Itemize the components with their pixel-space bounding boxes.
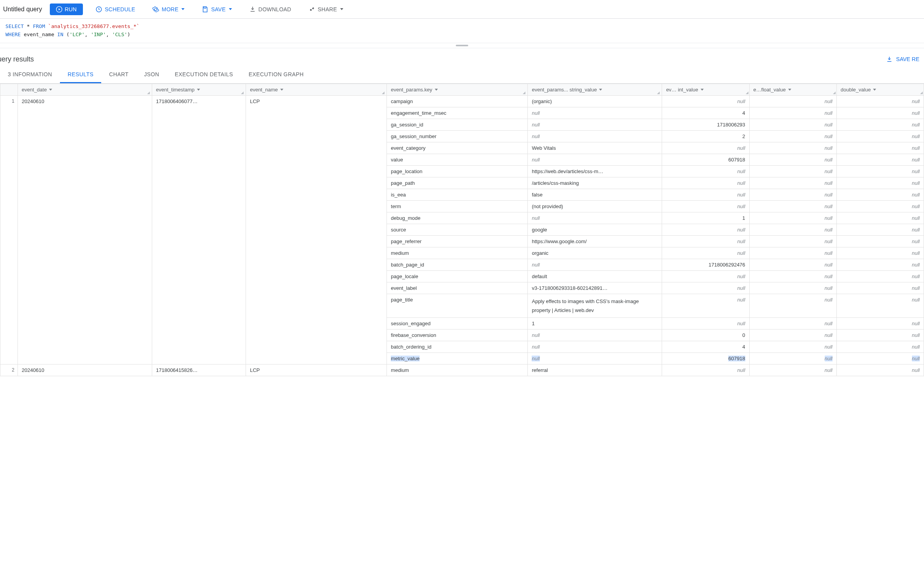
sql-keyword: SELECT (5, 23, 24, 29)
tab-json[interactable]: JSON (136, 67, 167, 83)
cell: null (662, 247, 749, 259)
sql-editor[interactable]: SELECT * FROM `analytics_337268677.event… (0, 19, 924, 43)
cell: null (749, 142, 836, 154)
cell: Web Vitals (528, 142, 662, 154)
gear-icon (152, 6, 159, 13)
results-table-wrap[interactable]: event_date◢ event_timestamp◢ event_name◢… (0, 84, 924, 377)
cell: null (836, 270, 924, 282)
cell: null (749, 270, 836, 282)
cell: https://web.dev/articles/css-m… (528, 165, 662, 177)
table-row: 1202406101718006406077…LCPcampaign(organ… (0, 95, 924, 107)
col-int-value[interactable]: ev… int_value◢ (662, 84, 749, 95)
null-value: null (825, 332, 833, 338)
tab-results[interactable]: RESULTS (60, 67, 101, 83)
cell: null (749, 235, 836, 247)
null-value: null (825, 133, 833, 139)
save-button[interactable]: SAVE (197, 4, 236, 15)
sql-text: , (106, 32, 112, 37)
cell: null (836, 235, 924, 247)
cell: null (749, 200, 836, 212)
cell: /articles/css-masking (528, 177, 662, 189)
cell: null (662, 282, 749, 294)
cell: 4 (662, 107, 749, 119)
download-label: DOWNLOAD (258, 6, 291, 12)
cell: 607918 (662, 353, 749, 365)
cell: null (662, 200, 749, 212)
null-value: null (825, 285, 833, 291)
sort-icon (197, 89, 200, 91)
cell: null (836, 294, 924, 318)
null-value: null (737, 192, 745, 198)
null-value: null (737, 250, 745, 256)
cell: null (662, 189, 749, 200)
null-value: null (825, 367, 833, 373)
null-value: null (912, 238, 920, 244)
cell: page_locale (387, 270, 528, 282)
cell: null (749, 365, 836, 376)
results-tabs: 3 INFORMATION RESULTS CHART JSON EXECUTI… (0, 67, 924, 84)
cell: null (836, 282, 924, 294)
null-value: null (737, 285, 745, 291)
col-event-name[interactable]: event_name◢ (246, 84, 387, 95)
null-value: null (825, 168, 833, 174)
schedule-button[interactable]: SCHEDULE (91, 4, 140, 15)
cell: null (836, 95, 924, 107)
tab-chart[interactable]: CHART (101, 67, 136, 83)
tab-execution-graph[interactable]: EXECUTION GRAPH (241, 67, 311, 83)
share-button[interactable]: SHARE (304, 4, 348, 15)
cell: null (662, 142, 749, 154)
cell: false (528, 189, 662, 200)
null-value: null (825, 297, 833, 303)
chevron-down-icon (181, 8, 184, 10)
null-value: null (825, 203, 833, 209)
col-string-value[interactable]: event_params... string_value◢ (528, 84, 662, 95)
cell: null (662, 224, 749, 235)
cell: null (662, 165, 749, 177)
save-results-button[interactable]: SAVE RE (886, 56, 919, 63)
sort-icon (435, 89, 438, 91)
col-event-date[interactable]: event_date◢ (18, 84, 152, 95)
download-icon (249, 6, 256, 13)
cell: 0 (662, 330, 749, 341)
cell: null (836, 330, 924, 341)
more-button[interactable]: MORE (148, 4, 189, 15)
run-button[interactable]: RUN (50, 4, 83, 15)
cell: page_location (387, 165, 528, 177)
null-value: null (912, 344, 920, 350)
results-title: uery results (0, 55, 34, 63)
tab-information[interactable]: 3 INFORMATION (0, 67, 60, 83)
null-value: null (825, 238, 833, 244)
null-value: null (912, 332, 920, 338)
null-value: null (737, 227, 745, 233)
col-event-params-key[interactable]: event_params.key◢ (387, 84, 528, 95)
null-value: null (532, 215, 539, 221)
cell: null (749, 177, 836, 189)
tab-execution-details[interactable]: EXECUTION DETAILS (167, 67, 241, 83)
cell: Apply effects to images with CSS's mask-… (528, 294, 662, 318)
sql-text: , (85, 32, 91, 37)
null-value: null (912, 98, 920, 104)
cell: 20240610 (18, 95, 152, 365)
col-event-timestamp[interactable]: event_timestamp◢ (152, 84, 246, 95)
cell: null (662, 235, 749, 247)
cell: 4 (662, 341, 749, 353)
download-button[interactable]: DOWNLOAD (244, 4, 296, 15)
cell: null (836, 318, 924, 330)
null-value: null (737, 273, 745, 279)
null-value: null (825, 192, 833, 198)
cell: null (528, 259, 662, 270)
sort-icon (599, 89, 602, 91)
cell: google (528, 224, 662, 235)
clock-icon (95, 6, 102, 13)
play-icon (56, 6, 62, 12)
cell: null (836, 142, 924, 154)
cell: null (749, 282, 836, 294)
resize-handle[interactable] (0, 43, 924, 48)
cell: null (749, 294, 836, 318)
cell: null (528, 353, 662, 365)
cell: null (528, 341, 662, 353)
col-rownum[interactable] (0, 84, 18, 95)
col-double-value[interactable]: double_value◢ (836, 84, 924, 95)
col-float-value[interactable]: e…float_value◢ (749, 84, 836, 95)
null-value: null (912, 285, 920, 291)
